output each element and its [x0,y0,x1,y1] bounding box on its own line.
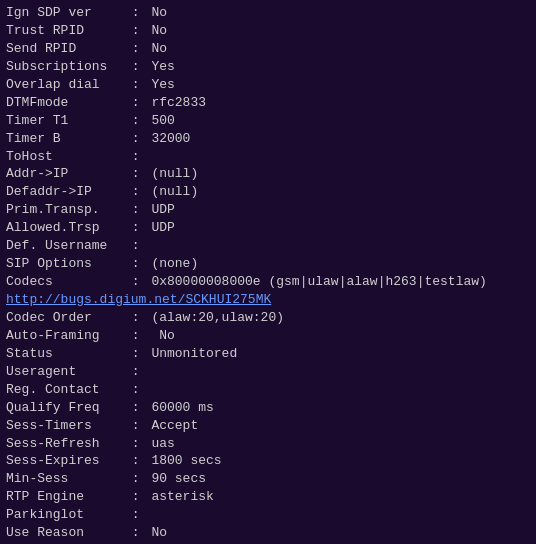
table-row: Overlap dial : Yes [6,76,530,94]
row-label: Useragent [6,363,124,381]
terminal-output: Ign SDP ver : NoTrust RPID : NoSend RPID… [6,4,530,544]
row-value: (null) [151,183,198,201]
row-value: 32000 [151,130,190,148]
table-row: Status : Unmonitored [6,345,530,363]
row-value: No [151,327,174,345]
row-value: UDP [151,219,174,237]
row-colon: : [124,506,147,524]
table-row: DTMFmode : rfc2833 [6,94,530,112]
row-label: Sess-Expires [6,452,124,470]
row-label: ToHost [6,148,124,166]
row-label: Use Reason [6,524,124,542]
row-value: (null) [151,165,198,183]
row-value: 90 secs [151,470,206,488]
table-row: Send RPID : No [6,40,530,58]
row-value: No [151,40,167,58]
row-colon: : [124,273,147,291]
row-value: rfc2833 [151,94,206,112]
row-colon: : [124,363,147,381]
row-colon: : [124,219,147,237]
table-row: Timer T1 : 500 [6,112,530,130]
row-value: No [151,22,167,40]
row-label: Status [6,345,124,363]
row-colon: : [124,399,147,417]
row-label: Qualify Freq [6,399,124,417]
row-colon: : [124,381,147,399]
row-label: DTMFmode [6,94,124,112]
row-colon: : [124,345,147,363]
row-colon: : [124,524,147,542]
row-colon: : [124,255,147,273]
table-row: Codec Order : (alaw:20,ulaw:20) [6,309,530,327]
row-colon: : [124,40,147,58]
row-value: (alaw:20,ulaw:20) [151,309,284,327]
table-row: ToHost : [6,148,530,166]
row-value: 500 [151,112,174,130]
row-label: Addr->IP [6,165,124,183]
table-row: Use Reason : No [6,524,530,542]
row-colon: : [124,76,147,94]
url-value[interactable]: http://bugs.digium.net/SCKHUI275MK [6,291,271,309]
row-colon: : [124,435,147,453]
row-value: No [151,524,167,542]
row-label: Sess-Refresh [6,435,124,453]
table-row: Qualify Freq : 60000 ms [6,399,530,417]
row-label: Min-Sess [6,470,124,488]
row-colon: : [124,94,147,112]
table-row: Sess-Refresh : uas [6,435,530,453]
table-row: Allowed.Trsp : UDP [6,219,530,237]
row-label: Send RPID [6,40,124,58]
row-value: 0x80000008000e (gsm|ulaw|alaw|h263|testl… [151,273,486,291]
table-row: Def. Username : [6,237,530,255]
row-colon: : [124,58,147,76]
row-label: Prim.Transp. [6,201,124,219]
row-value: asterisk [151,488,213,506]
row-label: Ign SDP ver [6,4,124,22]
table-row: Auto-Framing : No [6,327,530,345]
row-colon: : [124,327,147,345]
row-colon: : [124,148,147,166]
row-label: Allowed.Trsp [6,219,124,237]
row-colon: : [124,183,147,201]
table-row: Min-Sess : 90 secs [6,470,530,488]
row-colon: : [124,488,147,506]
row-label: Sess-Timers [6,417,124,435]
table-row: Codecs : 0x80000008000e (gsm|ulaw|alaw|h… [6,273,530,291]
row-value: Unmonitored [151,345,237,363]
table-row: http://bugs.digium.net/SCKHUI275MK [6,291,530,309]
row-label: Trust RPID [6,22,124,40]
table-row: Ign SDP ver : No [6,4,530,22]
row-value: UDP [151,201,174,219]
table-row: Parkinglot : [6,506,530,524]
row-label: Codec Order [6,309,124,327]
row-colon: : [124,165,147,183]
row-value: uas [151,435,174,453]
row-value: 60000 ms [151,399,213,417]
row-label: Def. Username [6,237,124,255]
table-row: Useragent : [6,363,530,381]
table-row: Timer B : 32000 [6,130,530,148]
row-label: Timer B [6,130,124,148]
row-colon: : [124,112,147,130]
row-colon: : [124,452,147,470]
row-colon: : [124,4,147,22]
row-colon: : [124,417,147,435]
table-row: Subscriptions : Yes [6,58,530,76]
row-label: Defaddr->IP [6,183,124,201]
row-label: Reg. Contact [6,381,124,399]
row-colon: : [124,309,147,327]
row-label: Overlap dial [6,76,124,94]
table-row: Sess-Expires : 1800 secs [6,452,530,470]
row-label: Auto-Framing [6,327,124,345]
table-row: Trust RPID : No [6,22,530,40]
row-value: No [151,4,167,22]
row-value: Yes [151,76,174,94]
row-label: RTP Engine [6,488,124,506]
table-row: SIP Options : (none) [6,255,530,273]
row-value: Yes [151,58,174,76]
row-label: Parkinglot [6,506,124,524]
row-value: Accept [151,417,198,435]
row-label: Codecs [6,273,124,291]
row-colon: : [124,22,147,40]
row-colon: : [124,470,147,488]
